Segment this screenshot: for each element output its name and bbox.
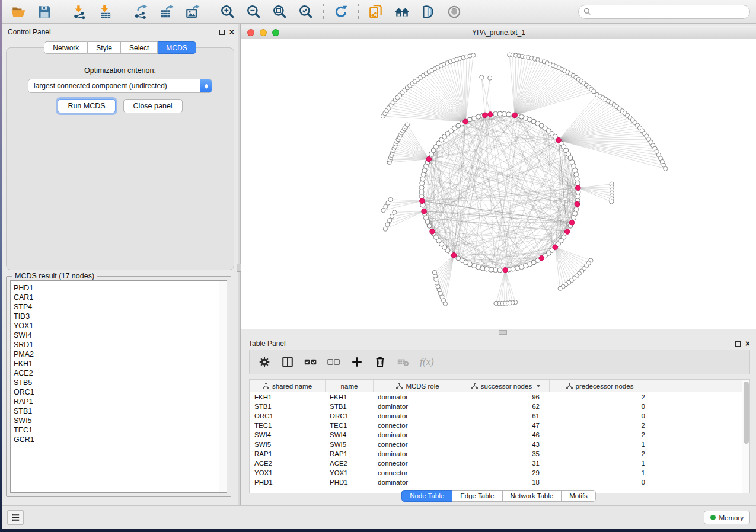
table-cell: SWI5 xyxy=(250,440,325,449)
mcds-result-item[interactable]: TID3 xyxy=(14,312,219,321)
mcds-result-item[interactable]: ACE2 xyxy=(14,368,219,378)
export-image-button[interactable] xyxy=(183,3,203,21)
function-builder-button[interactable]: f(x) xyxy=(420,356,434,368)
column-header-shared-name[interactable]: shared name xyxy=(250,380,325,392)
horizontal-split-divider[interactable] xyxy=(241,329,756,335)
table-row[interactable]: TEC1TEC1connector472 xyxy=(250,421,742,430)
mcds-list-scrollbar[interactable] xyxy=(219,281,227,492)
mcds-result-item[interactable]: STB5 xyxy=(14,378,219,387)
mcds-result-item[interactable]: PHD1 xyxy=(14,283,219,293)
close-table-panel-icon[interactable]: × xyxy=(745,341,750,347)
search-box[interactable] xyxy=(578,5,750,19)
status-bar: Memory xyxy=(2,505,756,529)
mcds-result-item[interactable]: SWI5 xyxy=(14,416,219,425)
select-all-columns-button[interactable] xyxy=(304,355,317,368)
mcds-result-item[interactable]: FKH1 xyxy=(14,359,219,368)
clone-network-button[interactable] xyxy=(366,3,386,21)
show-column-panel-button[interactable] xyxy=(281,355,294,368)
mcds-result-item[interactable]: STB1 xyxy=(14,406,219,416)
zoom-fit-button[interactable] xyxy=(270,3,290,21)
create-column-button[interactable] xyxy=(350,355,363,368)
refresh-button[interactable] xyxy=(331,3,351,21)
save-session-button[interactable] xyxy=(34,3,55,21)
export-table-icon xyxy=(159,4,174,20)
import-network-icon xyxy=(72,4,87,20)
tab-node-table[interactable]: Node Table xyxy=(401,490,452,502)
unselect-all-columns-button[interactable] xyxy=(327,355,340,368)
zoom-selected-button[interactable] xyxy=(296,3,316,21)
table-row[interactable]: YOX1YOX1connector291 xyxy=(250,468,742,477)
network-canvas[interactable] xyxy=(241,39,756,329)
minimize-window-button[interactable] xyxy=(260,29,267,36)
mcds-result-item[interactable]: GCR1 xyxy=(14,435,219,444)
table-row[interactable]: ORC1ORC1dominator610 xyxy=(250,411,742,421)
tab-mcds[interactable]: MCDS xyxy=(158,41,196,54)
checked-boxes-icon xyxy=(304,355,317,368)
table-cell xyxy=(650,468,742,477)
mcds-result-item[interactable]: TEC1 xyxy=(14,425,219,435)
table-cell: 46 xyxy=(462,430,549,440)
table-row[interactable]: PHD1PHD1dominator180 xyxy=(250,477,742,487)
search-icon xyxy=(583,8,591,15)
table-cell: ACE2 xyxy=(250,459,325,468)
column-header-successor-nodes[interactable]: successor nodes xyxy=(462,380,549,392)
tab-motifs[interactable]: Motifs xyxy=(562,490,596,502)
table-row[interactable]: SWI5SWI5connector431 xyxy=(250,440,742,449)
table-cell: SWI4 xyxy=(325,430,373,440)
table-row[interactable]: SWI4SWI4dominator462 xyxy=(250,430,742,440)
show-all-button[interactable] xyxy=(444,3,464,21)
mcds-result-item[interactable]: CAR1 xyxy=(14,293,219,302)
export-table-button[interactable] xyxy=(157,3,177,21)
columns-icon xyxy=(281,355,294,368)
mcds-result-item[interactable]: ORC1 xyxy=(14,387,219,397)
tab-network-table[interactable]: Network Table xyxy=(503,490,562,502)
column-header-label: predecessor nodes xyxy=(576,383,634,390)
hide-selected-button[interactable] xyxy=(418,3,438,21)
table-scrollbar[interactable] xyxy=(742,380,749,493)
close-panel-icon[interactable]: × xyxy=(229,29,234,35)
save-floppy-icon xyxy=(37,4,52,20)
column-header-MCDS-role[interactable]: MCDS role xyxy=(373,380,462,392)
optimization-criterion-select[interactable]: largest connected component (undirected) xyxy=(28,79,212,93)
memory-button[interactable]: Memory xyxy=(704,511,750,524)
first-neighbors-button[interactable] xyxy=(392,3,412,21)
table-row[interactable]: FKH1FKH1dominator962 xyxy=(250,392,742,402)
zoom-out-button[interactable] xyxy=(244,3,264,21)
column-header-predecessor-nodes[interactable]: predecessor nodes xyxy=(549,380,650,392)
tab-style[interactable]: Style xyxy=(88,41,121,54)
task-history-button[interactable] xyxy=(7,510,24,525)
maximize-window-button[interactable] xyxy=(272,29,279,36)
table-cell: RAP1 xyxy=(250,449,325,459)
column-header-name[interactable]: name xyxy=(325,380,373,392)
table-settings-button[interactable] xyxy=(258,355,271,368)
import-network-button[interactable] xyxy=(69,3,90,21)
table-row[interactable]: RAP1RAP1dominator352 xyxy=(250,449,742,459)
close-window-button[interactable] xyxy=(247,29,254,36)
table-header-row: shared namenameMCDS rolesuccessor nodesp… xyxy=(250,380,742,392)
table-scrollbar-thumb[interactable] xyxy=(744,382,749,444)
tab-edge-table[interactable]: Edge Table xyxy=(452,490,502,502)
float-table-panel-icon[interactable] xyxy=(735,341,741,347)
tab-select[interactable]: Select xyxy=(121,41,158,54)
mcds-result-item[interactable]: RAP1 xyxy=(14,397,219,406)
export-network-button[interactable] xyxy=(130,3,151,21)
delete-column-button[interactable] xyxy=(374,355,387,368)
table-cell: FKH1 xyxy=(250,392,325,402)
float-panel-icon[interactable] xyxy=(219,30,225,35)
tab-network[interactable]: Network xyxy=(44,41,88,54)
open-file-button[interactable] xyxy=(8,3,28,21)
import-table-button[interactable] xyxy=(95,3,116,21)
mcds-result-item[interactable]: SRD1 xyxy=(14,340,219,350)
mcds-result-item[interactable]: STP4 xyxy=(14,302,219,312)
run-mcds-button[interactable]: Run MCDS xyxy=(58,99,115,113)
mcds-result-title: MCDS result (17 nodes) xyxy=(12,272,97,280)
mcds-result-item[interactable]: PMA2 xyxy=(14,350,219,359)
search-input[interactable] xyxy=(595,8,745,16)
mcds-result-item[interactable]: SWI4 xyxy=(14,331,219,340)
delete-table-button[interactable] xyxy=(397,355,410,368)
table-row[interactable]: ACE2ACE2connector311 xyxy=(250,459,742,468)
close-panel-button[interactable]: Close panel xyxy=(123,99,183,113)
table-row[interactable]: STB1STB1dominator620 xyxy=(250,402,742,411)
mcds-result-item[interactable]: YOX1 xyxy=(14,321,219,331)
zoom-in-button[interactable] xyxy=(218,3,238,21)
